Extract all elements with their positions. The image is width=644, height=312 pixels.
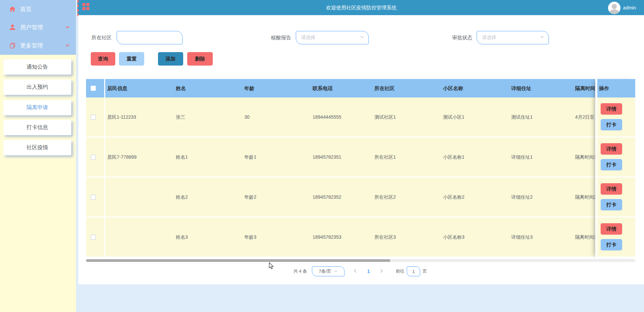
approval-filter-select[interactable]: 请选择 bbox=[477, 31, 549, 44]
sidebar-item-user-management[interactable]: 用户管理 bbox=[0, 18, 76, 36]
main-content: 所在社区 核酸报告 请选择 审批状态 请选择 查询 重置 添加 删除 bbox=[78, 15, 644, 284]
chevron-down-icon bbox=[540, 35, 545, 41]
cell-community: 测试社区1 bbox=[374, 98, 396, 136]
detail-button[interactable]: 详情 bbox=[601, 223, 622, 235]
community-filter-input[interactable] bbox=[117, 31, 183, 44]
top-header: 欢迎使用社区疫情防控管理系统 admin bbox=[77, 0, 644, 16]
cell-community: 所在社区3 bbox=[374, 218, 396, 257]
row-checkbox[interactable] bbox=[91, 115, 96, 120]
clock-button[interactable]: 打卡 bbox=[601, 239, 622, 250]
horizontal-scrollbar-thumb[interactable] bbox=[86, 259, 390, 262]
chevron-down-icon bbox=[65, 25, 70, 30]
cell-name: 姓名3 bbox=[176, 218, 188, 257]
delete-button[interactable]: 删除 bbox=[187, 52, 213, 66]
col-header-phone: 联系电话 bbox=[313, 79, 333, 98]
cell-community: 所在社区1 bbox=[374, 138, 396, 177]
column-separator bbox=[104, 98, 105, 136]
pagination-total: 共 4 条 bbox=[293, 268, 307, 274]
cell-quarantine: 隔离时间1 bbox=[575, 138, 595, 177]
cell-age: 年龄3 bbox=[244, 218, 256, 257]
submenu-label: 社区疫情 bbox=[27, 144, 48, 151]
col-header-age: 年龄 bbox=[244, 79, 254, 98]
table-row: 姓名2 年龄2 18945782352 所在社区2 小区名称2 详细住址2 隔离… bbox=[86, 178, 595, 218]
goto-label: 前往 bbox=[396, 268, 404, 274]
app-root: 首页 用户管理 更多管理 通 bbox=[0, 0, 644, 312]
home-icon bbox=[9, 6, 16, 12]
cell-phone: 18945782351 bbox=[313, 138, 341, 177]
reset-button[interactable]: 重置 bbox=[119, 52, 144, 66]
submenu-label: 隔离申请 bbox=[27, 104, 48, 111]
table-row: 姓名3 年龄3 18945782353 所在社区3 小区名称3 详细住址3 隔离… bbox=[86, 218, 595, 258]
select-all-checkbox[interactable] bbox=[91, 86, 96, 91]
cell-quarantine: 4月2日至 bbox=[575, 98, 595, 136]
cell-age: 年龄2 bbox=[244, 178, 256, 217]
sidebar-item-community-epidemic[interactable]: 社区疫情 bbox=[3, 140, 71, 155]
sidebar-item-notice[interactable]: 通知公告 bbox=[3, 59, 71, 75]
cell-address: 详细住址1 bbox=[511, 138, 533, 177]
row-checkbox[interactable] bbox=[91, 195, 96, 200]
clock-button[interactable]: 打卡 bbox=[601, 199, 622, 210]
sidebar-item-more-management[interactable]: 更多管理 bbox=[0, 36, 76, 54]
cell-estate: 小区名称3 bbox=[443, 218, 465, 257]
cell-phone: 18945782353 bbox=[313, 218, 341, 257]
cell-community: 所在社区2 bbox=[374, 178, 396, 217]
chevron-down-icon bbox=[334, 269, 338, 273]
row-checkbox[interactable] bbox=[91, 235, 96, 240]
cell-quarantine: 隔离时间2 bbox=[575, 178, 595, 217]
cell-estate: 小区名称2 bbox=[443, 178, 465, 217]
sidebar: 首页 用户管理 更多管理 通 bbox=[0, 0, 76, 312]
table-fixed-ops-column: 操作 详情 打卡 详情 打卡 详情 打卡 详情 打卡 bbox=[595, 79, 635, 258]
report-filter-label: 核酸报告 bbox=[271, 31, 291, 44]
cell-resident: 居民7-778899 bbox=[107, 138, 136, 177]
clock-button[interactable]: 打卡 bbox=[601, 119, 622, 130]
col-header-resident: 居民信息 bbox=[107, 79, 127, 98]
detail-button[interactable]: 详情 bbox=[601, 143, 622, 155]
sidebar-item-clock-info[interactable]: 打卡信息 bbox=[3, 120, 71, 135]
user-area[interactable]: admin bbox=[608, 1, 636, 14]
cell-estate: 小区名称1 bbox=[443, 138, 465, 177]
cell-address: 详细住址3 bbox=[511, 218, 533, 257]
sidebar-item-home[interactable]: 首页 bbox=[0, 0, 76, 18]
col-header-ops: 操作 bbox=[597, 79, 635, 98]
col-header-address: 详细住址 bbox=[511, 79, 531, 98]
current-page[interactable]: 1 bbox=[367, 269, 370, 274]
menu-grid-icon[interactable] bbox=[82, 3, 89, 10]
column-separator bbox=[104, 79, 105, 98]
sidebar-item-quarantine-apply[interactable]: 隔离申请 bbox=[3, 100, 71, 115]
prev-page-button[interactable] bbox=[353, 268, 357, 274]
sidebar-item-entry-appointment[interactable]: 出入预约 bbox=[3, 79, 71, 95]
sidebar-item-label: 用户管理 bbox=[20, 24, 43, 31]
cell-quarantine: 隔离时间3 bbox=[575, 218, 595, 257]
clock-button[interactable]: 打卡 bbox=[601, 159, 622, 170]
page-size-value: 7条/页 bbox=[319, 268, 331, 274]
cell-age: 30 bbox=[244, 98, 250, 136]
cell-name: 张三 bbox=[176, 98, 185, 136]
row-checkbox[interactable] bbox=[91, 155, 96, 160]
cell-address: 测试住址1 bbox=[511, 98, 533, 136]
next-page-button[interactable] bbox=[380, 268, 384, 274]
goto-page-input[interactable] bbox=[407, 266, 420, 276]
detail-button[interactable]: 详情 bbox=[601, 183, 622, 195]
sidebar-item-label: 更多管理 bbox=[20, 42, 43, 49]
col-header-name: 姓名 bbox=[176, 79, 186, 98]
add-button[interactable]: 添加 bbox=[158, 52, 183, 66]
report-filter-select[interactable]: 请选择 bbox=[296, 31, 369, 44]
docs-icon bbox=[9, 42, 16, 49]
cell-phone: 18945782352 bbox=[313, 178, 341, 217]
cell-address: 详细住址2 bbox=[511, 178, 533, 217]
cell-name: 姓名2 bbox=[176, 178, 188, 217]
sidebar-nav: 首页 用户管理 更多管理 bbox=[0, 0, 76, 55]
goto-unit: 页 bbox=[422, 268, 427, 274]
user-icon bbox=[9, 24, 16, 31]
detail-button[interactable]: 详情 bbox=[601, 103, 622, 115]
page-size-select[interactable]: 7条/页 bbox=[312, 266, 345, 276]
page-title: 欢迎使用社区疫情防控管理系统 bbox=[326, 0, 397, 15]
column-separator bbox=[104, 178, 105, 217]
sidebar-item-label: 首页 bbox=[20, 5, 32, 13]
row-actions: 详情 打卡 bbox=[597, 138, 635, 178]
table-row: 居民7-778899 姓名1 年龄1 18945782351 所在社区1 小区名… bbox=[86, 138, 595, 178]
table-header-row: 居民信息 姓名 年龄 联系电话 所在社区 小区名称 详细住址 隔离时间 bbox=[86, 79, 595, 98]
submenu-label: 打卡信息 bbox=[27, 124, 48, 131]
select-placeholder: 请选择 bbox=[482, 35, 540, 41]
query-button[interactable]: 查询 bbox=[91, 52, 115, 66]
